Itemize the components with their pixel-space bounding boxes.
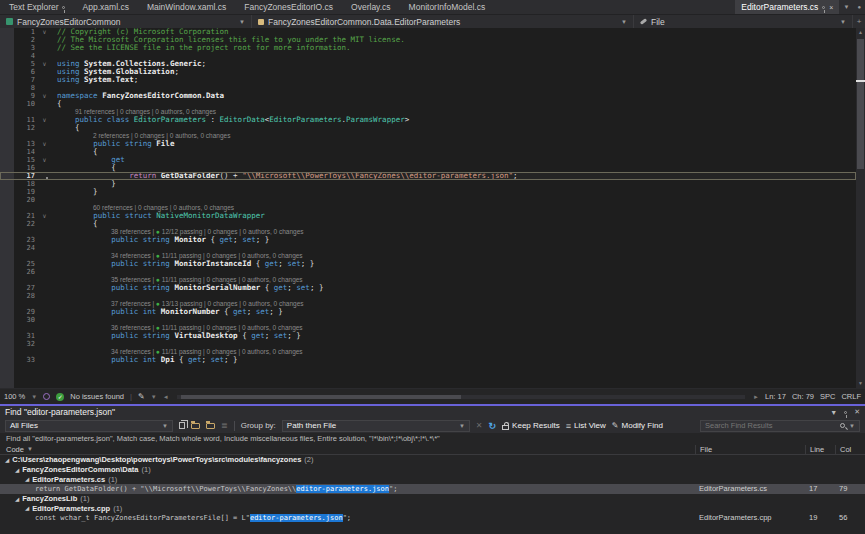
code-line[interactable]: 17 return GetDataFolder() + "\\Microsoft…: [0, 172, 856, 180]
find-panel-title-bar[interactable]: Find "editor-parameters.json" ▼ ✕: [0, 406, 865, 418]
document-health-icon[interactable]: [43, 393, 50, 400]
pin-icon[interactable]: [844, 411, 847, 414]
code-line[interactable]: 12 {: [0, 124, 856, 132]
horizontal-scrollbar[interactable]: [177, 395, 745, 399]
find-result-row[interactable]: ◢EditorParameters.cpp (1): [0, 503, 865, 513]
zoom-level[interactable]: 100 %: [4, 392, 25, 401]
code-line[interactable]: 14 {: [0, 148, 856, 156]
expander-icon[interactable]: ◢: [25, 476, 29, 482]
expander-icon[interactable]: ◢: [15, 496, 19, 502]
tab-mainwindow-xaml-cs[interactable]: MainWindow.xaml.cs: [138, 0, 235, 14]
fold-collapse-icon[interactable]: ∨: [38, 116, 51, 124]
hscroll-right-icon[interactable]: ►: [753, 394, 759, 400]
code-line[interactable]: 7using System.Text;: [0, 76, 856, 84]
fold-collapse-icon[interactable]: ∨: [38, 212, 51, 220]
code-line[interactable]: 32: [0, 340, 856, 348]
scrollbar-thumb[interactable]: [857, 39, 864, 169]
find-result-row[interactable]: const wchar_t FancyZonesEditorParameters…: [0, 513, 865, 523]
split-window-handle[interactable]: +: [853, 15, 865, 28]
search-find-results-input[interactable]: [705, 421, 836, 430]
repeat-find-icon[interactable]: ↻: [489, 421, 497, 431]
hscroll-thumb[interactable]: [181, 395, 461, 399]
code-line[interactable]: 10{: [0, 100, 856, 108]
search-icon[interactable]: [840, 423, 845, 428]
tab-list-dropdown-icon[interactable]: ▼: [839, 0, 853, 14]
zoom-dropdown-icon[interactable]: ▼: [31, 394, 37, 400]
code-line[interactable]: 27 public string MonitorSerialNumber { g…: [0, 284, 856, 292]
member-dropdown[interactable]: File ▼: [634, 15, 853, 28]
find-result-row[interactable]: ◢C:\Users\zhaopengwang\Desktop\powertoys…: [0, 455, 865, 465]
code-line[interactable]: 18 }: [0, 180, 856, 188]
fold-collapse-icon[interactable]: ∨: [38, 156, 51, 164]
group-by-dropdown[interactable]: Path then File ▼: [282, 420, 470, 432]
codelens-indicator[interactable]: 36 references | ● 11/11 passing | 0 chan…: [57, 324, 303, 331]
modify-find-button[interactable]: ✎ Modify Find: [612, 421, 663, 430]
tab-editorparameters[interactable]: EditorParameters.cs ×: [735, 0, 839, 14]
code-line[interactable]: 13∨ public string File: [0, 140, 856, 148]
tab-overlay-cs[interactable]: Overlay.cs: [342, 0, 400, 14]
fold-collapse-icon[interactable]: ∨: [38, 92, 51, 100]
expander-icon[interactable]: ◢: [5, 457, 9, 463]
expander-icon[interactable]: ◢: [15, 467, 19, 473]
keep-results-button[interactable]: Keep Results: [502, 421, 560, 430]
code-column-header[interactable]: Code ▼: [0, 445, 695, 454]
code-line[interactable]: 3// See the LICENSE file in the project …: [0, 44, 856, 52]
close-icon[interactable]: ×: [829, 4, 833, 11]
expand-all-icon[interactable]: [191, 423, 200, 429]
scroll-down-icon[interactable]: ▼: [856, 379, 865, 388]
stop-find-icon[interactable]: ✕: [476, 421, 483, 430]
code-line[interactable]: 20: [0, 196, 856, 204]
pen-dropdown-icon[interactable]: ▼: [151, 394, 157, 400]
find-result-row[interactable]: return GetDataFolder() + "\\Microsoft\\P…: [0, 484, 865, 494]
file-column-header[interactable]: File: [695, 445, 805, 454]
code-line[interactable]: 29 public int MonitorNumber { get; set; …: [0, 308, 856, 316]
fold-collapse-icon[interactable]: ∨: [38, 140, 51, 148]
issues-status[interactable]: No issues found: [70, 392, 124, 401]
close-icon[interactable]: ✕: [854, 408, 860, 416]
line-column-header[interactable]: Line: [805, 445, 835, 454]
list-view-button[interactable]: ≡ List View: [566, 421, 606, 431]
codelens-indicator[interactable]: 34 references | ● 11/11 passing | 0 chan…: [57, 348, 303, 355]
codelens-indicator[interactable]: 2 references | 0 changes | 0 authors, 0 …: [57, 132, 230, 139]
codelens-indicator[interactable]: 37 references | ● 13/13 passing | 0 chan…: [57, 300, 304, 307]
scope-dropdown[interactable]: All Files ▼: [5, 420, 173, 432]
expander-icon[interactable]: ◢: [25, 505, 29, 511]
code-line[interactable]: 30: [0, 316, 856, 324]
code-line[interactable]: 24: [0, 244, 856, 252]
editor-vertical-scrollbar[interactable]: ▲ ▼: [856, 28, 865, 388]
code-line[interactable]: 21∨ public struct NativeMonitorDataWrapp…: [0, 212, 856, 220]
preview-icon[interactable]: ≣: [221, 421, 228, 430]
find-result-row[interactable]: ◢EditorParameters.cs (1): [0, 474, 865, 484]
code-line[interactable]: 19 }: [0, 188, 856, 196]
window-position-icon[interactable]: ▼: [830, 409, 837, 416]
copy-results-icon[interactable]: [179, 422, 185, 429]
scroll-up-icon[interactable]: ▲: [856, 28, 865, 37]
hscroll-left-icon[interactable]: ◄: [163, 394, 169, 400]
search-options-icon[interactable]: ▼: [849, 423, 855, 429]
col-column-header[interactable]: Col: [835, 445, 865, 454]
code-editor[interactable]: 1∨// Copyright (c) Microsoft Corporation…: [0, 28, 865, 388]
fold-collapse-icon[interactable]: ∨: [38, 28, 51, 36]
tab-monitorinfomodel-cs[interactable]: MonitorInfoModel.cs: [400, 0, 495, 14]
codelens-indicator[interactable]: 91 references | 0 changes | 0 authors, 0…: [57, 108, 216, 115]
codelens-indicator[interactable]: 38 references | ● 12/12 passing | 0 chan…: [57, 228, 304, 235]
codelens-indicator[interactable]: 35 references | ● 11/11 passing | 0 chan…: [57, 276, 303, 283]
project-dropdown[interactable]: FancyZonesEditorCommon ▼: [0, 15, 252, 28]
code-line[interactable]: 15∨ get: [0, 156, 856, 164]
search-find-results-box[interactable]: ▼: [700, 420, 860, 432]
find-result-row[interactable]: ◢FancyZonesEditorCommon\Data (1): [0, 465, 865, 475]
code-line[interactable]: 11∨ public class EditorParameters : Edit…: [0, 116, 856, 124]
tab-text-explorer[interactable]: Text Explorer: [0, 0, 74, 14]
code-line[interactable]: 22 {: [0, 220, 856, 228]
tab-options-icon[interactable]: ●: [853, 0, 865, 14]
code-line[interactable]: 23 public string Monitor { get; set; }: [0, 236, 856, 244]
tab-fancyzoneseditorio-cs[interactable]: FancyZonesEditorIO.cs: [235, 0, 342, 14]
fold-collapse-icon[interactable]: ∨: [38, 60, 51, 68]
code-line[interactable]: 9∨namespace FancyZonesEditorCommon.Data: [0, 92, 856, 100]
collapse-all-icon[interactable]: [206, 423, 215, 429]
tab-app-xaml-cs[interactable]: App.xaml.cs: [74, 0, 138, 14]
code-line[interactable]: 28: [0, 292, 856, 300]
find-result-row[interactable]: ◢FancyZonesLib (1): [0, 494, 865, 504]
code-line[interactable]: 26: [0, 268, 856, 276]
code-line[interactable]: 31 public string VirtualDesktop { get; s…: [0, 332, 856, 340]
